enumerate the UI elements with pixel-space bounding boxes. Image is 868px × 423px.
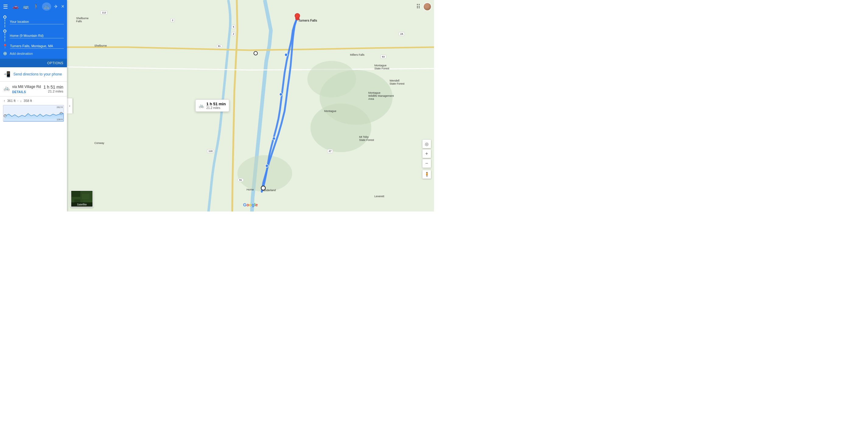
- options-button[interactable]: OPTIONS: [47, 61, 63, 65]
- menu-icon[interactable]: ☰: [3, 3, 8, 10]
- elevation-up-icon: ↑: [4, 99, 5, 102]
- elevation-stats: ↑ 361 ft · ↓ 358 ft: [0, 96, 67, 104]
- road-shield-47: 47: [327, 149, 333, 153]
- road-shield-91-2: 91: [238, 178, 244, 182]
- dot-line-4: [5, 33, 5, 35]
- route-header: 🚲 via Mill Village Rd DETAILS 1 h 51 min…: [4, 85, 63, 94]
- destination-input-row: 📍: [2, 43, 64, 49]
- send-directions-label: Send directions to your phone: [13, 72, 62, 77]
- close-directions-button[interactable]: ×: [61, 3, 64, 10]
- map-collapse-button[interactable]: ‹: [67, 98, 72, 114]
- road-shield-5: 5: [231, 25, 236, 29]
- street-view-button[interactable]: 🧍: [423, 170, 431, 179]
- layer-toggle-button[interactable]: ◎: [423, 140, 431, 148]
- google-logo: Google: [243, 202, 258, 207]
- route-distance: 21.2 miles: [43, 89, 63, 93]
- flight-mode-button[interactable]: ✈: [52, 2, 59, 11]
- zoom-out-button[interactable]: −: [423, 159, 431, 168]
- send-directions-icon: 📲: [4, 71, 10, 78]
- elevation-arrows: ↑ 361 ft · ↓ 358 ft: [4, 99, 63, 102]
- add-destination-icon: ⊕: [2, 51, 7, 56]
- destination-pin-icon: 📍: [2, 44, 8, 49]
- elevation-separator: ·: [17, 99, 18, 102]
- start-waypoint-dot: [2, 16, 7, 28]
- svg-point-4: [307, 61, 356, 97]
- road-shield-91: 91: [216, 44, 222, 48]
- elevation-chart-svg: [3, 105, 64, 121]
- transport-mode-selector: 🚗 🚌 🚶 🚲 ✈: [11, 2, 59, 11]
- svg-rect-17: [82, 194, 90, 199]
- add-destination-row[interactable]: ⊕ Add destination: [2, 51, 64, 56]
- dot-line-5: [5, 36, 5, 38]
- add-destination-label: Add destination: [10, 52, 33, 55]
- dot-line-6: [5, 39, 5, 41]
- start-input-row: [2, 16, 64, 28]
- bike-mode-button[interactable]: 🚲: [42, 2, 51, 11]
- route-left: 🚲 via Mill Village Rd DETAILS: [4, 85, 41, 94]
- tooltip-bike-icon: 🚲: [199, 103, 204, 108]
- google-logo-o2: o: [249, 202, 252, 207]
- map-background: [67, 0, 434, 212]
- route-time: 1 h 51 min: [43, 85, 63, 89]
- route-bike-icon: 🚲: [4, 85, 10, 91]
- route-name-area: via Mill Village Rd DETAILS: [12, 85, 41, 94]
- waypoint-dot: [2, 30, 7, 42]
- start-dot-circle: [3, 16, 6, 19]
- road-shield-2: 2: [231, 32, 236, 36]
- elevation-max-label: 262 ft: [57, 106, 63, 109]
- drive-mode-button[interactable]: 🚗: [11, 2, 20, 11]
- route-details-link[interactable]: DETAILS: [12, 90, 26, 94]
- dot-line-1: [5, 19, 5, 21]
- route-result: 🚲 via Mill Village Rd DETAILS 1 h 51 min…: [0, 82, 67, 96]
- tooltip-time: 1 h 51 min: [206, 102, 226, 106]
- svg-rect-16: [71, 191, 80, 197]
- transit-mode-button[interactable]: 🚌: [21, 2, 30, 11]
- top-bar: ☰ 🚗 🚌 🚶 🚲 ✈ ×: [0, 0, 67, 13]
- waypoint-dot-circle: [3, 30, 6, 33]
- route-via-label: via Mill Village Rd: [12, 85, 41, 89]
- zoom-in-button[interactable]: +: [423, 149, 431, 158]
- dot-line-3: [5, 25, 5, 27]
- waypoint-input-row: [2, 30, 64, 42]
- satellite-label: Satellite: [71, 202, 93, 207]
- road-shield-63: 63: [380, 55, 386, 59]
- route-time-area: 1 h 51 min 21.2 miles: [43, 85, 63, 93]
- road-shield-2a: 2: [170, 18, 175, 22]
- svg-point-6: [238, 155, 292, 192]
- destination-input[interactable]: [10, 43, 64, 49]
- google-logo-g2: g: [252, 202, 254, 207]
- elevation-down-value: 358 ft: [24, 99, 32, 102]
- top-right-controls: ⠿: [416, 2, 432, 11]
- start-location-input[interactable]: [10, 19, 64, 24]
- route-tooltip: 🚲 1 h 51 min 21.2 miles: [195, 99, 229, 112]
- elevation-chart: 262 ft 138 ft: [3, 105, 64, 122]
- tooltip-info: 1 h 51 min 21.2 miles: [206, 102, 226, 110]
- elevation-up-value: 361 ft: [7, 99, 16, 102]
- tooltip-distance: 21.2 miles: [206, 106, 226, 110]
- user-avatar[interactable]: [423, 2, 432, 11]
- road-shield-116: 116: [207, 149, 214, 153]
- road-shield-112: 112: [100, 11, 107, 14]
- map-controls: ◎ + − 🧍: [423, 140, 431, 181]
- send-directions-row[interactable]: 📲 Send directions to your phone: [0, 67, 67, 82]
- options-bar: OPTIONS: [0, 59, 67, 67]
- dot-line-2: [5, 22, 5, 24]
- waypoint-input[interactable]: [10, 33, 64, 38]
- svg-point-5: [310, 103, 371, 152]
- google-apps-button[interactable]: ⠿: [416, 3, 421, 10]
- google-logo-g: G: [243, 202, 247, 207]
- elevation-min-label: 138 ft: [57, 118, 63, 121]
- route-inputs: 📍 ⊕ Add destination: [0, 13, 67, 59]
- map-area[interactable]: ‹ ShelburneFalls Shelburne Deerfield Con…: [67, 0, 434, 212]
- google-logo-e: e: [255, 202, 258, 207]
- sidebar: ☰ 🚗 🚌 🚶 🚲 ✈ ×: [0, 0, 67, 212]
- elevation-down-icon: ↓: [20, 99, 22, 102]
- road-shield-2a-2: 2A: [399, 32, 405, 36]
- satellite-thumbnail[interactable]: Satellite: [71, 190, 93, 207]
- walk-mode-button[interactable]: 🚶: [32, 2, 41, 11]
